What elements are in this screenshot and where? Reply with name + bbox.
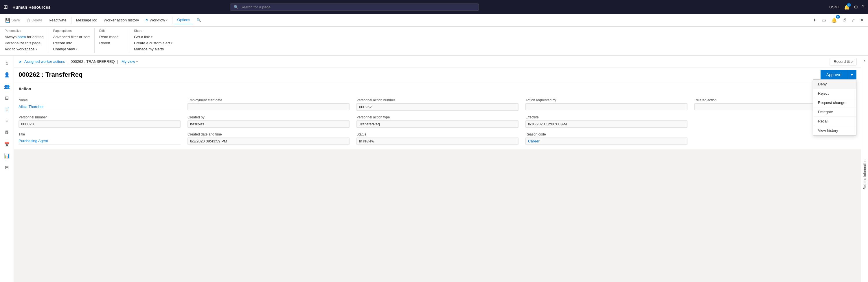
approve-button[interactable]: Approve: [820, 70, 847, 79]
help-icon[interactable]: ?: [862, 4, 865, 9]
field-employment-start: Employment start date: [187, 98, 349, 111]
always-open-item[interactable]: Always open for editing: [5, 34, 43, 40]
top-nav-right: USMF 🔔 1 ⚙ ?: [829, 4, 865, 10]
sidebar-item-calculator[interactable]: 🖩: [2, 128, 12, 138]
worker-action-history-button[interactable]: Worker action history: [101, 16, 142, 24]
field-reason-code: Reason code Career: [525, 132, 687, 145]
panel-icon[interactable]: ▭: [820, 16, 828, 24]
assigned-worker-actions-link[interactable]: Assigned worker actions: [24, 59, 65, 64]
apps-icon[interactable]: ⊞: [3, 4, 8, 10]
search-input[interactable]: [241, 5, 475, 9]
field-name: Name Alicia Thornber: [19, 98, 181, 111]
created-by-value[interactable]: hasrivas: [187, 120, 349, 128]
sidebar-item-chart[interactable]: 📊: [2, 150, 12, 161]
edit-items: Read mode Revert: [99, 34, 124, 46]
request-change-item[interactable]: Request change: [813, 98, 856, 107]
recall-item[interactable]: Recall: [813, 117, 856, 126]
sidebar-item-list[interactable]: ≡: [2, 116, 12, 126]
save-button[interactable]: 💾 Save: [2, 16, 23, 24]
command-bar: 💾 Save 🗑 Delete Reactivate Message log W…: [0, 14, 868, 27]
personalize-page-item[interactable]: Personalize this page: [5, 40, 43, 46]
sidebar-item-group[interactable]: 👥: [2, 81, 12, 91]
name-label: Name: [19, 98, 181, 102]
reactivate-button[interactable]: Reactivate: [46, 16, 69, 24]
reason-code-value[interactable]: Career: [525, 138, 687, 145]
effective-value[interactable]: 8/10/2020 12:00:00 AM: [525, 120, 687, 128]
delegate-item[interactable]: Delegate: [813, 107, 856, 117]
employment-start-value[interactable]: [187, 103, 349, 110]
alert-icon[interactable]: 🔔 0: [830, 16, 839, 24]
main-layout: ⌂ 👤 👥 ⊞ 📄 ≡ 🖩 📅 📊 ⊟ ⊳ Assigned worker ac…: [0, 56, 868, 282]
app-title: Human Resources: [12, 5, 51, 9]
created-date-value[interactable]: 8/2/2020 09:43:59 PM: [187, 138, 349, 145]
sidebar-item-person[interactable]: 👤: [2, 69, 12, 80]
breadcrumb-sep-1: |: [67, 59, 68, 64]
separator-2: [172, 17, 173, 24]
search-cmd-icon: 🔍: [196, 18, 201, 22]
ribbon-group-personalize: Personalize Always open for editing Pers…: [0, 28, 48, 53]
personalize-icon[interactable]: ✦: [811, 16, 818, 24]
reject-item[interactable]: Reject: [813, 89, 856, 98]
separator-1: [71, 17, 71, 24]
search-cmd-button[interactable]: 🔍: [193, 16, 204, 24]
get-a-link-item[interactable]: Get a link ▾: [134, 34, 173, 40]
create-alert-item[interactable]: Create a custom alert ▾: [134, 40, 173, 46]
name-value[interactable]: Alicia Thornber: [19, 103, 181, 110]
close-icon[interactable]: ✕: [859, 16, 866, 24]
filter-icon[interactable]: ⊳: [19, 59, 22, 64]
sidebar-item-document[interactable]: 📄: [2, 104, 12, 115]
approve-dropdown-button[interactable]: ▾: [847, 70, 857, 79]
revert-item[interactable]: Revert: [99, 40, 124, 46]
page-options-items: Advanced filter or sort Record info Chan…: [53, 34, 89, 52]
main-content: ⊳ Assigned worker actions | 000262 : TRA…: [14, 56, 861, 282]
action-requested-by-value[interactable]: [525, 103, 687, 110]
read-mode-item[interactable]: Read mode: [99, 34, 124, 40]
change-view-item[interactable]: Change view ▾: [53, 46, 89, 52]
alert-count: 0: [836, 15, 840, 19]
sidebar: ⌂ 👤 👥 ⊞ 📄 ≡ 🖩 📅 📊 ⊟: [0, 56, 14, 282]
options-button[interactable]: Options: [174, 16, 193, 24]
field-action-requested-by: Action requested by: [525, 98, 687, 111]
personnel-action-number-value[interactable]: 000262: [356, 103, 519, 111]
share-group-title: Share: [134, 29, 173, 32]
search-bar[interactable]: 🔍: [230, 3, 479, 11]
view-selector[interactable]: My view ▾: [122, 59, 138, 64]
field-title: Title Purchasing Agent: [19, 132, 181, 145]
notification-bell[interactable]: 🔔 1: [844, 4, 850, 10]
open-link[interactable]: open: [18, 35, 26, 39]
breadcrumb-record-id: 000262 : TRANSFERREQ: [71, 59, 115, 64]
share-items: Get a link ▾ Create a custom alert ▾ Man…: [134, 34, 173, 52]
workflow-button[interactable]: ↻ Workflow ▾: [142, 16, 170, 24]
advanced-filter-item[interactable]: Advanced filter or sort: [53, 34, 89, 40]
message-log-button[interactable]: Message log: [73, 16, 100, 24]
personnel-action-type-label: Personnel action type: [356, 115, 519, 119]
created-date-label: Created date and time: [187, 132, 349, 136]
add-to-workspace-item[interactable]: Add to workspace ▾: [5, 46, 43, 52]
sidebar-item-org[interactable]: ⊞: [2, 93, 12, 103]
personalize-items: Always open for editing Personalize this…: [5, 34, 43, 52]
title-value[interactable]: Purchasing Agent: [19, 138, 181, 144]
popout-icon[interactable]: ⤢: [849, 16, 857, 24]
status-value[interactable]: In review: [356, 138, 519, 145]
sidebar-item-calendar[interactable]: 📅: [2, 139, 12, 149]
manage-alerts-item[interactable]: Manage my alerts: [134, 46, 173, 52]
create-alert-chevron: ▾: [171, 41, 173, 45]
section-header: Action: [19, 87, 31, 91]
deny-item[interactable]: Deny: [813, 80, 856, 89]
view-history-item[interactable]: View history: [813, 126, 856, 135]
personnel-number-value[interactable]: 000028: [19, 120, 181, 128]
settings-icon[interactable]: ⚙: [854, 4, 858, 10]
record-info-item[interactable]: Record info: [53, 40, 89, 46]
employment-start-label: Employment start date: [187, 98, 349, 102]
refresh-icon[interactable]: ↺: [840, 16, 848, 24]
field-effective: Effective 8/10/2020 12:00:00 AM: [525, 115, 687, 128]
right-panel-collapse[interactable]: ‹: [864, 58, 865, 63]
sidebar-item-home[interactable]: ⌂: [2, 58, 12, 68]
delete-button[interactable]: 🗑 Delete: [24, 16, 45, 24]
field-personnel-number: Personnel number 000028: [19, 115, 181, 128]
page-title: 000262 : TransferReq: [19, 71, 83, 79]
personnel-action-type-value[interactable]: TransferReq: [356, 120, 519, 128]
approve-dropdown-chevron: ▾: [851, 73, 853, 77]
personalize-group-title: Personalize: [5, 29, 43, 32]
sidebar-item-grid[interactable]: ⊟: [2, 162, 12, 173]
